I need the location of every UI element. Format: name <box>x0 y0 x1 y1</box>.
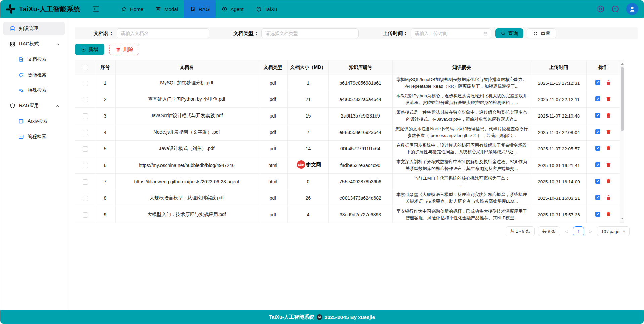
delete-row-button[interactable] <box>606 178 611 184</box>
table-row: 6 https://my.oschina.net/hubbledb/blog/4… <box>75 157 620 174</box>
doc-size: 0 <box>307 179 310 184</box>
delete-row-button[interactable] <box>606 211 611 217</box>
row-checkbox[interactable] <box>83 97 88 102</box>
row-checkbox[interactable] <box>83 179 88 185</box>
reset-button[interactable]: 重置 <box>527 28 556 38</box>
delete-row-button[interactable] <box>606 129 611 135</box>
row-checkbox[interactable] <box>83 81 88 86</box>
row-checkbox[interactable] <box>83 212 88 218</box>
edit-button[interactable] <box>595 129 601 135</box>
doc-type-select[interactable] <box>261 28 359 38</box>
plus-square-icon <box>81 47 86 52</box>
search-button[interactable]: 查询 <box>495 28 523 38</box>
col-actions: 操作 <box>587 60 620 75</box>
nav-item-modal[interactable]: AI Modal <box>149 0 184 18</box>
scroll-down-arrow[interactable] <box>621 218 624 221</box>
delete-row-button[interactable] <box>606 112 611 118</box>
select-all-checkbox[interactable] <box>83 65 88 70</box>
delete-row-button[interactable] <box>606 80 611 85</box>
row-checkbox[interactable] <box>83 146 88 152</box>
doc-name: 大规模语言模型：从理论到实践.pdf <box>150 195 223 200</box>
sidebar-item-doc-search[interactable]: 文档检索 <box>3 53 65 66</box>
kb-id: a4a057332a5a4644 <box>339 97 381 102</box>
row-checkbox[interactable] <box>83 196 88 201</box>
doc-name: https://my.oschina.net/hubbledb/blog/494… <box>139 163 234 168</box>
kb-id: e883558e16923644 <box>339 130 381 135</box>
user-avatar[interactable] <box>626 3 638 15</box>
modal-icon: AI <box>155 6 161 12</box>
app-footer: TaiXu-人工智能系统 © 2025-2045 By xuesjie <box>0 310 644 324</box>
edit-button[interactable] <box>595 178 601 184</box>
current-page-button[interactable]: 1 <box>573 226 584 236</box>
edit-button[interactable] <box>595 145 601 151</box>
doc-size: 15 <box>306 113 311 119</box>
page-size-select[interactable]: 10 / page ∨ <box>597 226 630 236</box>
row-index: 4 <box>104 130 107 135</box>
nav-label: TaiXu <box>265 6 277 12</box>
nav-item-rag[interactable]: RAG <box>184 0 216 18</box>
delete-row-button[interactable] <box>606 145 611 151</box>
pagination-total: 共 9 条 <box>538 226 560 236</box>
sidebar-item-knowledge[interactable]: 知识管理 <box>3 22 65 35</box>
sidebar-item-smart-search[interactable]: 智能检索 <box>3 68 65 82</box>
upload-time: 2025-11-07 22:12:11 <box>538 97 579 102</box>
delete-button[interactable]: 删除 <box>109 44 139 55</box>
menu-fold-icon[interactable] <box>92 5 100 13</box>
sidebar-label: 特殊检索 <box>28 87 46 93</box>
edit-button[interactable] <box>595 112 601 118</box>
nav-item-agent[interactable]: Agent <box>216 0 249 18</box>
app-window: TaiXu-人工智能系统 Home AI Modal <box>0 0 644 324</box>
nav-item-home[interactable]: Home <box>115 0 149 18</box>
chevron-up-icon <box>56 104 60 109</box>
kb-id: 33cd9d2c727e6893 <box>340 212 381 217</box>
row-checkbox[interactable] <box>83 130 88 135</box>
doc-summary: 平安银行作为中国金融创新的标杆，已成功将大模型技术深度应用于智能客服、风险评估和… <box>395 208 528 221</box>
upload-time: 2025-11-07 22:10:48 <box>538 113 580 119</box>
person-icon <box>629 5 636 13</box>
table-row: 2 零基础入门学习Python by 小甲鱼.pdf pdf 21 a4a057… <box>75 91 620 108</box>
help-icon[interactable]: ? <box>611 5 619 13</box>
apps-icon <box>10 41 15 47</box>
add-button[interactable]: 新增 <box>75 44 104 55</box>
sidebar-item-arxiv-search[interactable]: Arxiv检索 <box>3 114 65 128</box>
top-navbar: TaiXu-人工智能系统 Home AI Modal <box>0 0 644 18</box>
delete-row-button[interactable] <box>606 162 611 168</box>
calendar-icon <box>483 31 488 36</box>
row-index: 2 <box>104 97 107 102</box>
sidebar-group-rag-app[interactable]: RAG应用 <box>3 99 65 112</box>
sidebar-group-rag-mode[interactable]: RAG模式 <box>3 37 65 51</box>
settings-gear-icon[interactable] <box>597 5 605 13</box>
doc-name: 零基础入门学习Python by 小甲鱼.pdf <box>148 96 225 102</box>
doc-type: pdf <box>270 80 276 86</box>
edit-button[interactable] <box>595 195 601 200</box>
doc-type: pdf <box>270 130 276 135</box>
page-size-label: 10 / page <box>601 229 619 234</box>
sidebar-label: 知识管理 <box>19 26 38 32</box>
prev-page-button[interactable]: < <box>563 229 570 234</box>
search-button-label: 查询 <box>508 30 518 37</box>
scrollbar-thumb[interactable] <box>621 67 624 131</box>
edit-button[interactable] <box>595 211 601 217</box>
nav-label: Home <box>130 6 143 12</box>
row-checkbox[interactable] <box>83 113 88 119</box>
trash-icon <box>116 47 121 52</box>
header-checkbox-cell <box>75 60 95 75</box>
sidebar-item-code-search[interactable]: 编程检索 <box>3 130 65 143</box>
home-icon <box>121 6 127 12</box>
sidebar-item-special-search[interactable]: 特殊检索 <box>3 84 65 97</box>
row-checkbox[interactable] <box>83 163 88 168</box>
nav-item-taixu[interactable]: TaiXu <box>250 0 283 18</box>
delete-row-button[interactable] <box>606 195 611 200</box>
next-page-button[interactable]: > <box>587 229 594 234</box>
edit-button[interactable] <box>595 162 601 168</box>
edit-button[interactable] <box>595 80 601 85</box>
square-icon <box>18 119 24 124</box>
scroll-up-arrow[interactable] <box>621 62 624 65</box>
doc-name-input[interactable] <box>117 28 209 38</box>
delete-row-button[interactable] <box>606 96 611 102</box>
upload-time-input[interactable] <box>411 28 491 38</box>
chevron-down-icon: ∨ <box>623 229 625 234</box>
sidebar-label: Arxiv检索 <box>28 118 47 124</box>
edit-button[interactable] <box>595 96 601 102</box>
doc-name-label: 文档名： <box>94 30 114 37</box>
